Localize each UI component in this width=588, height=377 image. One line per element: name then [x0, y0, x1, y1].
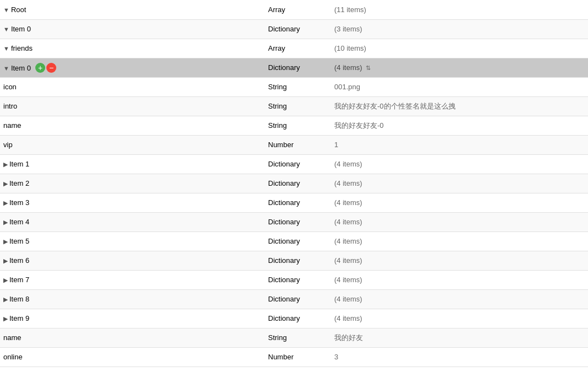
value-text: (3 items) — [334, 25, 362, 33]
key-cell: ▶Item 9 — [0, 309, 265, 328]
key-label: name — [3, 333, 22, 342]
key-label: Item 3 — [9, 198, 29, 207]
key-label: Item 6 — [9, 256, 29, 265]
value-cell: 我的好友好友-0的个性签名就是这么拽 — [331, 96, 588, 116]
toggle-icon[interactable]: ▶ — [3, 180, 8, 187]
table-row[interactable]: iconString001.png — [0, 77, 588, 96]
toggle-icon[interactable]: ▶ — [3, 315, 8, 322]
key-label: online — [3, 353, 23, 361]
key-cell: ▶Item 5 — [0, 231, 265, 251]
plist-tree-table: ▼RootArray(11 items)▼Item 0Dictionary(3 … — [0, 0, 588, 367]
value-text: (11 items) — [334, 6, 366, 14]
value-text: (4 items) — [334, 160, 362, 168]
key-label: Item 4 — [9, 218, 29, 226]
type-cell: Dictionary — [265, 309, 331, 328]
value-text: (4 items) — [334, 237, 362, 245]
type-cell: String — [265, 328, 331, 347]
type-cell: Number — [265, 135, 331, 154]
table-row[interactable]: ▶Item 6Dictionary(4 items) — [0, 251, 588, 270]
value-cell: (4 items) — [331, 270, 588, 289]
value-text: 3 — [334, 353, 338, 361]
key-cell: name — [0, 328, 265, 347]
type-cell: Dictionary — [265, 174, 331, 193]
table-row[interactable]: ▶Item 3Dictionary(4 items) — [0, 193, 588, 212]
value-cell: (4 items) — [331, 174, 588, 193]
value-cell: (10 items) — [331, 39, 588, 58]
value-cell: (4 items) — [331, 251, 588, 270]
value-text: (4 items) — [334, 218, 362, 226]
type-cell: Dictionary — [265, 58, 331, 77]
type-cell: Dictionary — [265, 154, 331, 174]
toggle-icon[interactable]: ▶ — [3, 257, 8, 265]
sort-icon[interactable]: ⇅ — [366, 64, 371, 72]
type-cell: Dictionary — [265, 193, 331, 212]
remove-item-button[interactable]: − — [46, 63, 56, 73]
value-cell: (4 items) — [331, 212, 588, 231]
toggle-icon[interactable]: ▶ — [3, 277, 8, 284]
value-cell: (4 items) — [331, 193, 588, 212]
key-cell: ▶Item 6 — [0, 251, 265, 270]
table-row[interactable]: ▶Item 7Dictionary(4 items) — [0, 270, 588, 289]
key-cell: ▶Item 4 — [0, 212, 265, 231]
key-cell: name — [0, 116, 265, 135]
key-label: Item 7 — [9, 276, 29, 284]
table-row[interactable]: ▼Item 0+−Dictionary(4 items)⇅ — [0, 58, 588, 77]
toggle-icon[interactable]: ▶ — [3, 200, 8, 207]
key-label: Item 2 — [9, 179, 29, 187]
table-row[interactable]: ▶Item 4Dictionary(4 items) — [0, 212, 588, 231]
table-row[interactable]: onlineNumber3 — [0, 347, 588, 367]
table-row[interactable]: ▶Item 8Dictionary(4 items) — [0, 289, 588, 309]
table-row[interactable]: introString我的好友好友-0的个性签名就是这么拽 — [0, 96, 588, 116]
value-text: 001.png — [334, 83, 360, 91]
table-row[interactable]: nameString我的好友 — [0, 328, 588, 347]
key-cell: ▶Item 8 — [0, 289, 265, 309]
table-row[interactable]: ▶Item 2Dictionary(4 items) — [0, 174, 588, 193]
value-cell: (4 items) — [331, 231, 588, 251]
value-text: (4 items) — [334, 295, 362, 303]
key-label: Item 1 — [9, 160, 29, 168]
key-cell: ▶Item 1 — [0, 154, 265, 174]
key-cell: vip — [0, 135, 265, 154]
table-row[interactable]: ▼friendsArray(10 items) — [0, 39, 588, 58]
add-remove-buttons: +− — [35, 63, 56, 73]
key-label: name — [3, 121, 22, 130]
value-text: 我的好友好友-0的个性签名就是这么拽 — [334, 102, 456, 110]
type-cell: Dictionary — [265, 212, 331, 231]
key-label: intro — [3, 102, 17, 110]
table-row[interactable]: ▶Item 5Dictionary(4 items) — [0, 231, 588, 251]
table-row[interactable]: ▶Item 9Dictionary(4 items) — [0, 309, 588, 328]
toggle-icon[interactable]: ▼ — [3, 7, 9, 13]
type-cell: Array — [265, 0, 331, 19]
key-cell: ▶Item 2 — [0, 174, 265, 193]
toggle-icon[interactable]: ▶ — [3, 238, 8, 245]
table-row[interactable]: ▼RootArray(11 items) — [0, 0, 588, 19]
value-cell: 3 — [331, 347, 588, 367]
type-cell: Dictionary — [265, 289, 331, 309]
toggle-icon[interactable]: ▼ — [3, 26, 9, 33]
value-text: 1 — [334, 141, 338, 149]
toggle-icon[interactable]: ▼ — [3, 65, 9, 72]
toggle-icon[interactable]: ▶ — [3, 161, 8, 168]
add-item-button[interactable]: + — [35, 63, 45, 73]
value-cell: (4 items) — [331, 289, 588, 309]
table-row[interactable]: vipNumber1 — [0, 135, 588, 154]
type-cell: Dictionary — [265, 19, 331, 39]
value-cell: 我的好友好友-0 — [331, 116, 588, 135]
table-row[interactable]: ▶Item 1Dictionary(4 items) — [0, 154, 588, 174]
toggle-icon[interactable]: ▶ — [3, 219, 8, 226]
toggle-icon[interactable]: ▶ — [3, 296, 8, 303]
value-cell: (4 items) — [331, 154, 588, 174]
value-text: 我的好友好友-0 — [334, 121, 384, 130]
key-cell: online — [0, 347, 265, 367]
table-row[interactable]: nameString我的好友好友-0 — [0, 116, 588, 135]
key-label: Item 8 — [9, 295, 29, 303]
type-cell: String — [265, 96, 331, 116]
key-label: Item 0 — [11, 25, 31, 33]
value-cell: (3 items) — [331, 19, 588, 39]
key-label: vip — [3, 141, 13, 149]
value-text: (4 items) — [334, 63, 362, 72]
table-row[interactable]: ▼Item 0Dictionary(3 items) — [0, 19, 588, 39]
key-label: Item 9 — [9, 314, 29, 322]
value-cell: 我的好友 — [331, 328, 588, 347]
toggle-icon[interactable]: ▼ — [3, 45, 9, 52]
